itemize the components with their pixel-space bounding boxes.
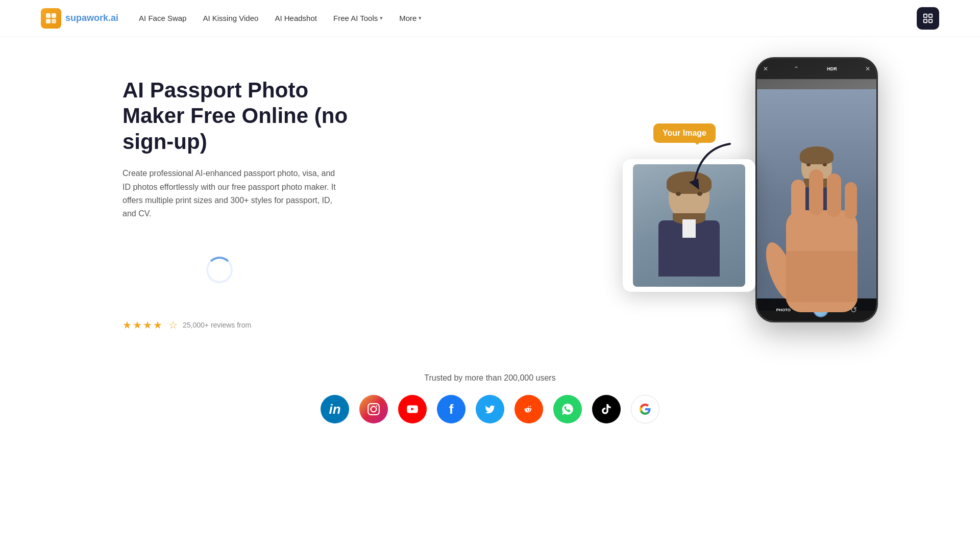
nav-link-ai-headshot[interactable]: AI Headshot [275,14,317,22]
trusted-section: Trusted by more than 200,000 users in f [0,363,980,444]
loading-spinner [206,257,233,283]
phone-mockup: ✕ ⌃ HDR ✕ [755,57,878,322]
svg-rect-5 [929,14,932,17]
tab-photo[interactable]: PHOTO [776,308,791,312]
svg-rect-4 [924,14,927,17]
result-man-body [658,220,720,277]
navbar: supawork.ai AI Face Swap AI Kissing Vide… [0,0,980,37]
google-icon[interactable] [631,395,659,423]
svg-rect-16 [368,404,379,415]
nav-link-free-ai-tools[interactable]: Free AI Tools ▾ [333,14,383,22]
logo-text: supawork.ai [65,13,118,23]
logo-text-main: supawork [65,13,108,23]
svg-marker-8 [689,179,699,190]
svg-point-17 [371,407,377,412]
half-star: ☆ [168,319,178,331]
twitter-icon[interactable] [476,395,504,423]
cart-button[interactable] [917,7,939,30]
hero-right: Your Image ✕ ⌃ HDR ✕ [623,57,878,343]
instagram-icon[interactable] [359,395,388,423]
whatsapp-icon[interactable] [553,395,582,423]
nav-link-more[interactable]: More ▾ [399,14,422,22]
reddit-icon[interactable] [514,395,543,423]
hero-left: AI Passport Photo Maker Free Online (no … [122,67,368,331]
facebook-icon[interactable]: f [437,395,465,423]
man-hair [800,146,834,164]
rotate-icon[interactable]: ↺ [850,305,857,315]
phone-top-bar: ✕ ⌃ HDR ✕ [757,59,876,79]
man-in-phone [789,149,845,251]
hero-section: AI Passport Photo Maker Free Online (no … [0,37,980,363]
loading-area [122,239,316,300]
nav-link-ai-kissing-video[interactable]: AI Kissing Video [203,14,258,22]
nav-link-ai-face-swap[interactable]: AI Face Swap [139,14,186,22]
phone-bottom-bar: PHOTO ↺ [757,298,876,321]
social-icons-row: in f [0,395,980,423]
flip-icon: ⌃ [794,65,799,72]
shutter-button[interactable] [813,302,828,317]
hdr-badge: HDR [824,66,840,72]
reviews-row: ★★★★ ☆ 25,000+ reviews from [122,319,368,331]
svg-rect-3 [52,19,56,23]
man-body [796,187,837,238]
settings-icon: ✕ [865,65,870,72]
trusted-text: Trusted by more than 200,000 users [0,373,980,383]
chevron-down-icon: ▾ [380,15,383,21]
logo-icon [41,8,61,29]
arrow-icon [684,139,745,200]
logo[interactable]: supawork.ai [41,8,118,29]
phone-screen: ✕ ⌃ HDR ✕ [757,59,876,321]
svg-rect-1 [52,13,56,18]
svg-rect-7 [929,19,932,22]
youtube-icon[interactable] [398,395,427,423]
close-icon: ✕ [763,65,768,72]
tiktok-icon[interactable] [592,395,621,423]
result-eye-left [676,192,681,196]
nav-links: AI Face Swap AI Kissing Video AI Headsho… [139,14,422,22]
svg-rect-0 [46,13,51,18]
hero-description: Create professional AI-enhanced passport… [122,167,337,221]
linkedin-icon[interactable]: in [321,395,349,423]
svg-point-18 [376,406,378,407]
svg-rect-6 [924,19,927,22]
navbar-right [917,7,939,30]
man-head [801,149,832,185]
man-collar [812,186,822,202]
your-image-tooltip: Your Image [653,123,716,143]
eye-right [823,163,827,166]
navbar-left: supawork.ai AI Face Swap AI Kissing Vide… [41,8,422,29]
result-man-collar [682,219,696,238]
chevron-down-icon: ▾ [419,15,422,21]
reviews-count: 25,000+ reviews from [183,321,251,329]
hero-title: AI Passport Photo Maker Free Online (no … [122,78,368,155]
phone-portrait [757,89,876,311]
eye-left [806,163,811,166]
star-rating: ★★★★ [122,319,163,331]
svg-rect-2 [46,19,51,23]
